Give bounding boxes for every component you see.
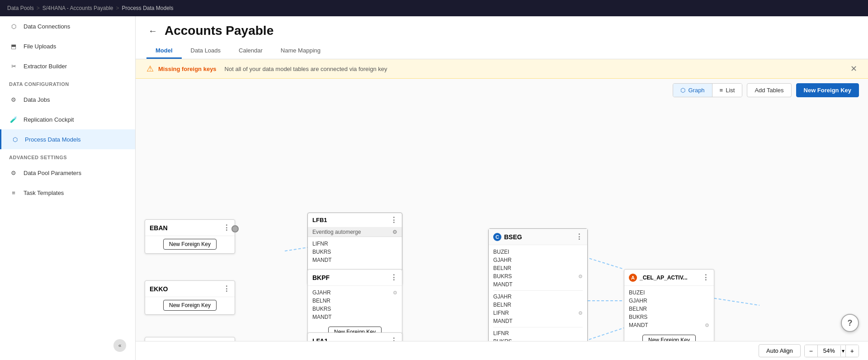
sidebar-label-extractor-builder: Extractor Builder	[24, 63, 67, 70]
breadcrumb-data-pools[interactable]: Data Pools	[7, 5, 34, 11]
cel-menu[interactable]: ⋮	[702, 273, 709, 282]
zoom-controls: − 54% ▾ +	[804, 345, 859, 357]
graph-label: Graph	[688, 87, 704, 94]
bkpf-field-bukrs: BUKRS	[312, 305, 397, 313]
bseg-field-bukrs2: BUKRS	[493, 337, 583, 341]
lfb1-field-lifnr: LIFNR	[312, 240, 397, 248]
data-jobs-icon: ⚙	[9, 95, 18, 104]
sidebar-label-file-uploads: File Uploads	[24, 43, 56, 50]
sidebar-item-task-templates[interactable]: ≡ Task Templates	[0, 183, 135, 203]
table-card-bkpf: BKPF ⋮ GJAHR ⚙ BELNR	[307, 269, 402, 341]
zoom-out-button[interactable]: −	[805, 345, 818, 357]
task-templates-icon: ≡	[9, 188, 18, 197]
zoom-value: 54%	[818, 345, 840, 356]
bseg-bukrs-gear[interactable]: ⚙	[578, 274, 583, 279]
bseg-field-mandt1: MANDT	[493, 280, 583, 289]
sidebar-label-replication-cockpit: Replication Cockpit	[24, 116, 74, 123]
lfb1-field-bukrs: BUKRS	[312, 248, 397, 256]
file-uploads-icon: ⬒	[9, 42, 18, 51]
cel-mandt-gear[interactable]: ⚙	[705, 322, 709, 328]
lfb1-menu[interactable]: ⋮	[390, 216, 397, 224]
lfb1-title: LFB1	[312, 217, 327, 223]
list-view-button[interactable]: ≡ List	[712, 84, 742, 97]
bseg-badge: C	[493, 233, 501, 241]
content-area: ← Accounts Payable Model Data Loads Cale…	[136, 16, 868, 360]
help-button[interactable]: ?	[841, 314, 859, 332]
canvas-area[interactable]: EBAN ⋮ New Foreign Key EKKO ⋮	[136, 102, 868, 341]
bkpf-field-mandt: MANDT	[312, 313, 397, 321]
cel-field-bukrs: BUKRS	[629, 313, 709, 321]
lfa1-title: LFA1	[312, 337, 328, 341]
sidebar: ⬡ Data Connections ⬒ File Uploads ✂ Extr…	[0, 16, 136, 360]
sidebar-label-data-pool-params: Data Pool Parameters	[24, 170, 81, 176]
zoom-dropdown-button[interactable]: ▾	[840, 346, 845, 356]
sidebar-item-replication-cockpit[interactable]: 🧪 Replication Cockpit	[0, 109, 135, 129]
bseg-field-buzei: BUZEI	[493, 248, 583, 256]
bseg-field-gjahr1: GJAHR	[493, 256, 583, 264]
alert-bar: ⚠ Missing foreign keys Not all of your d…	[136, 59, 868, 79]
table-card-eban: EBAN ⋮ New Foreign Key	[145, 219, 235, 254]
alert-text: Not all of your data model tables are co…	[225, 66, 387, 72]
page-header: ← Accounts Payable Model Data Loads Cale…	[136, 16, 868, 59]
sidebar-item-file-uploads[interactable]: ⬒ File Uploads	[0, 36, 135, 56]
alert-close-button[interactable]: ✕	[850, 64, 857, 74]
eban-title: EBAN	[150, 224, 168, 232]
sidebar-collapse-button[interactable]: «	[113, 339, 126, 352]
add-tables-button[interactable]: Add Tables	[747, 83, 791, 97]
back-button[interactable]: ←	[146, 24, 159, 38]
breadcrumb-bar: Data Pools > S/4HANA - Accounts Payable …	[0, 0, 868, 16]
cel-field-mandt: MANDT⚙	[629, 321, 709, 329]
bseg-field-belnr1: BELNR	[493, 264, 583, 272]
lfb1-gear-icon[interactable]: ⚙	[392, 229, 397, 235]
sidebar-item-data-pool-params[interactable]: ⚙ Data Pool Parameters	[0, 163, 135, 183]
cel-field-belnr: BELNR	[629, 305, 709, 313]
bseg-lifnr1-gear[interactable]: ⚙	[578, 310, 583, 316]
bseg-menu[interactable]: ⋮	[576, 232, 583, 241]
cel-field-gjahr: GJAHR	[629, 297, 709, 305]
bseg-field-gjahr2: GJAHR	[493, 293, 583, 301]
cel-badge: A	[629, 274, 637, 282]
graph-view-button[interactable]: ⬡ Graph	[673, 84, 712, 97]
ekko-new-fk-button[interactable]: New Foreign Key	[163, 300, 217, 311]
sidebar-item-extractor-builder[interactable]: ✂ Extractor Builder	[0, 56, 135, 76]
lfb1-field-mandt: MANDT	[312, 256, 397, 264]
eban-new-fk-button[interactable]: New Foreign Key	[163, 239, 217, 250]
process-data-models-icon: ⬡	[10, 135, 19, 144]
eban-connector	[231, 225, 239, 232]
cel-new-fk-button[interactable]: New Foreign Key	[642, 335, 696, 341]
bottom-bar: Auto Align − 54% ▾ +	[136, 341, 868, 360]
view-toggle-group: ⬡ Graph ≡ List	[673, 83, 742, 97]
tab-calendar[interactable]: Calendar	[230, 43, 272, 59]
table-card-lfa1: LFA1 ⋮ LIFNR ⚙ MANDT	[307, 332, 402, 341]
lfa1-menu[interactable]: ⋮	[390, 336, 397, 341]
bkpf-field-belnr: BELNR	[312, 297, 397, 305]
diagram: EBAN ⋮ New Foreign Key EKKO ⋮	[136, 102, 769, 341]
auto-align-button[interactable]: Auto Align	[759, 344, 801, 357]
sidebar-label-data-jobs: Data Jobs	[24, 96, 50, 103]
eban-menu[interactable]: ⋮	[223, 223, 230, 232]
tab-model[interactable]: Model	[146, 43, 182, 59]
tab-bar: Model Data Loads Calendar Name Mapping	[146, 43, 857, 59]
sidebar-item-data-jobs[interactable]: ⚙ Data Jobs	[0, 90, 135, 109]
new-foreign-key-button[interactable]: New Foreign Key	[796, 83, 859, 97]
bseg-field-lifnr1: LIFNR⚙	[493, 309, 583, 317]
sidebar-label-process-data-models: Process Data Models	[25, 136, 81, 143]
data-connections-icon: ⬡	[9, 22, 18, 31]
bseg-field-belnr2: BELNR	[493, 301, 583, 309]
bkpf-menu[interactable]: ⋮	[390, 273, 397, 282]
bkpf-gjahr-gear[interactable]: ⚙	[393, 290, 397, 296]
page-title: Accounts Payable	[165, 24, 274, 38]
zoom-in-button[interactable]: +	[845, 345, 859, 357]
sidebar-item-process-data-models[interactable]: ⬡ Process Data Models	[0, 129, 135, 149]
tab-data-loads[interactable]: Data Loads	[182, 43, 230, 59]
bseg-title: BSEG	[504, 233, 522, 241]
sidebar-item-data-connections[interactable]: ⬡ Data Connections	[0, 16, 135, 36]
cel-title: _CEL_AP_ACTIV...	[640, 275, 688, 281]
sidebar-section-data-config: Data configuration	[0, 76, 135, 90]
tab-name-mapping[interactable]: Name Mapping	[272, 43, 330, 59]
ekko-menu[interactable]: ⋮	[223, 284, 230, 293]
bseg-field-bukrs1: BUKRS⚙	[493, 272, 583, 280]
breadcrumb-s4hana[interactable]: S/4HANA - Accounts Payable	[42, 5, 113, 11]
cel-field-buzei: BUZEI	[629, 289, 709, 297]
ekko-title: EKKO	[150, 285, 168, 293]
